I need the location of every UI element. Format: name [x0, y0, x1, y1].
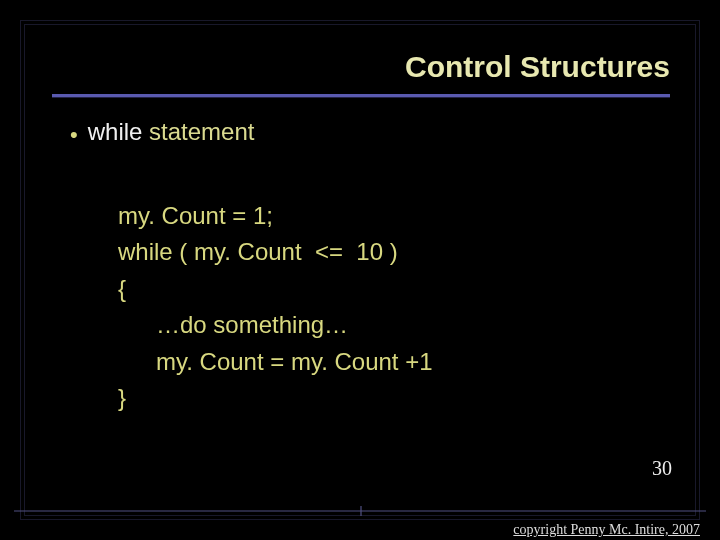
bullet-prefix: while [88, 118, 143, 145]
code-line: …do something… [118, 307, 646, 343]
slide-number: 30 [652, 457, 672, 480]
code-line: while ( my. Count <= 10 ) [118, 234, 646, 270]
title-underline [52, 94, 670, 97]
copyright-text: copyright Penny Mc. Intire, 2007 [513, 522, 700, 538]
bullet-item: • while statement [70, 118, 666, 146]
code-line: my. Count = 1; [118, 198, 646, 234]
footer: copyright Penny Mc. Intire, 2007 [0, 510, 720, 540]
code-line: my. Count = my. Count +1 [118, 344, 646, 380]
code-line: } [118, 380, 646, 416]
title-wrap: Control Structures [14, 50, 670, 84]
slide: Control Structures • while statement my.… [14, 14, 706, 526]
code-block: my. Count = 1; while ( my. Count <= 10 )… [118, 198, 646, 417]
code-line: { [118, 271, 646, 307]
bullet-list: • while statement [70, 118, 666, 146]
bullet-rest: statement [142, 118, 254, 145]
bullet-dot-icon: • [70, 124, 78, 146]
bullet-text: while statement [88, 118, 255, 146]
slide-title: Control Structures [405, 50, 670, 84]
footer-tick-icon [360, 506, 362, 516]
